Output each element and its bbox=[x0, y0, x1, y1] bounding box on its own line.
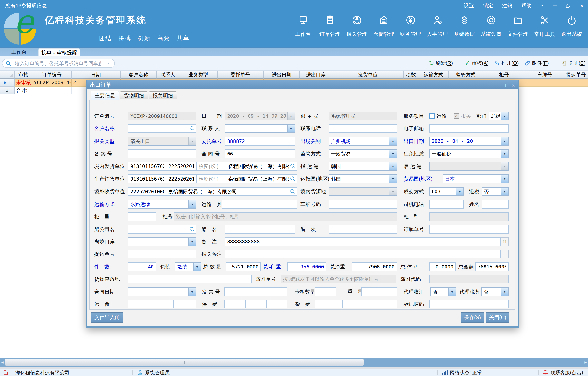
col-cabinet-no[interactable]: 柜号 bbox=[483, 71, 525, 79]
col-transport-mode[interactable]: 运输方式 bbox=[418, 71, 449, 79]
contract-date-combo[interactable]: － － ▼ bbox=[128, 287, 196, 296]
overseas-consignee-code[interactable] bbox=[128, 187, 166, 196]
search-icon[interactable] bbox=[290, 188, 296, 194]
pallet-qty-input[interactable] bbox=[315, 287, 336, 296]
minimize-icon[interactable]: ─ bbox=[553, 3, 557, 8]
transport-checkbox-label[interactable]: 运输 bbox=[437, 112, 447, 120]
col-contact[interactable]: 联系人 bbox=[157, 71, 179, 79]
freight-input-2[interactable] bbox=[151, 300, 174, 308]
attached-code-input[interactable] bbox=[429, 275, 509, 283]
close-icon[interactable]: × bbox=[580, 2, 584, 9]
col-supervision[interactable]: 监管方式 bbox=[449, 71, 483, 79]
tax-refund-combo[interactable]: 否 ▼ bbox=[481, 187, 509, 196]
storage-place-input[interactable] bbox=[128, 275, 252, 283]
insurance-input-3[interactable] bbox=[266, 300, 287, 308]
departure-port-combo[interactable]: ▼ bbox=[429, 162, 509, 171]
tab-main-info[interactable]: 主要信息 bbox=[91, 91, 119, 100]
tab-pending-audit[interactable]: 接单未审核提醒 bbox=[38, 48, 80, 57]
nav-base-data[interactable]: 基础数据 bbox=[451, 15, 478, 38]
dropdown-arrow-icon[interactable]: ▼ bbox=[456, 188, 463, 195]
dropdown-arrow-icon[interactable]: ▼ bbox=[501, 137, 508, 145]
search-icon[interactable] bbox=[189, 125, 195, 131]
customer-field[interactable] bbox=[128, 124, 196, 133]
plate-no-input[interactable] bbox=[329, 200, 397, 209]
close-tab-button[interactable]: 关闭(C) bbox=[561, 60, 586, 67]
remark-input[interactable] bbox=[225, 237, 501, 246]
support-link[interactable]: 联系客服(点击) bbox=[543, 369, 583, 376]
driver-name-input[interactable] bbox=[481, 200, 509, 209]
overseas-consignee-name-field[interactable] bbox=[166, 187, 297, 196]
search-icon[interactable] bbox=[290, 163, 296, 169]
nav-finance-management[interactable]: 财务管理 bbox=[397, 15, 424, 38]
dialog-close-icon[interactable]: × bbox=[512, 82, 515, 89]
producer-name-input[interactable] bbox=[226, 175, 297, 183]
weight-input[interactable] bbox=[362, 287, 397, 296]
customs-checkbox[interactable]: ✓ bbox=[454, 113, 459, 119]
dropdown-arrow-icon[interactable]: ▼ bbox=[188, 200, 196, 208]
col-date[interactable]: 日期 bbox=[72, 71, 120, 79]
dropdown-arrow-icon[interactable]: ▼ bbox=[501, 288, 508, 296]
producer-name-field[interactable] bbox=[226, 175, 297, 183]
arrival-country-combo[interactable]: 韩国 ▼ bbox=[329, 175, 397, 183]
col-plate-no[interactable]: 车牌号 bbox=[525, 71, 565, 79]
misc-fee-input-3[interactable] bbox=[370, 300, 397, 308]
attached-no-input[interactable] bbox=[281, 275, 396, 283]
nav-common-tools[interactable]: 常用工具 bbox=[531, 15, 558, 38]
dropdown-arrow-icon[interactable]: ▼ bbox=[389, 150, 396, 158]
goods-source-combo[interactable]: － － ▼ bbox=[329, 187, 397, 196]
record-no-input[interactable] bbox=[128, 149, 196, 158]
nav-warehouse-management[interactable]: 仓储管理 bbox=[370, 15, 397, 38]
tab-workbench[interactable]: 工作台 bbox=[11, 48, 27, 56]
packing-combo[interactable]: 散装 ▼ bbox=[175, 262, 201, 271]
net-weight-input[interactable] bbox=[352, 262, 397, 271]
driver-phone-input[interactable] bbox=[429, 200, 464, 209]
search-icon[interactable] bbox=[290, 176, 296, 182]
mark-code-input[interactable] bbox=[429, 300, 509, 308]
ship-company-field[interactable] bbox=[128, 225, 196, 234]
volume-input[interactable] bbox=[429, 262, 456, 271]
vehicle-name-input[interactable] bbox=[222, 200, 297, 209]
follower-input[interactable] bbox=[329, 112, 397, 120]
search-icon[interactable] bbox=[189, 226, 195, 232]
dialog-maximize-icon[interactable]: □ bbox=[503, 82, 506, 88]
nav-order-management[interactable]: 订单管理 bbox=[317, 15, 343, 38]
dropdown-arrow-icon[interactable]: ▼ bbox=[287, 112, 295, 120]
domestic-shipper-name-field[interactable] bbox=[226, 162, 297, 171]
trade-country-combo[interactable]: 日本 ▼ bbox=[443, 175, 509, 183]
tax-nature-combo[interactable]: 一般征税 ▼ bbox=[429, 149, 509, 158]
nav-file-management[interactable]: 文件管理 bbox=[504, 15, 531, 38]
col-order-no[interactable]: 订单编号 bbox=[32, 71, 72, 79]
entrust-no-input[interactable] bbox=[225, 137, 295, 146]
nav-hr-management[interactable]: 人事管理 bbox=[424, 15, 451, 38]
freight-input-1[interactable] bbox=[128, 300, 151, 308]
col-inout-port[interactable]: 进出口岸 bbox=[300, 71, 332, 79]
overseas-consignee-name-input[interactable] bbox=[166, 187, 297, 196]
nav-workbench[interactable]: 工作台 bbox=[290, 15, 317, 38]
misc-fee-input-2[interactable] bbox=[342, 300, 370, 308]
domestic-shipper-code1[interactable] bbox=[128, 162, 166, 171]
menu-logout[interactable]: 注销 bbox=[502, 2, 512, 9]
col-inout-date[interactable]: 进出日期 bbox=[264, 71, 300, 79]
audit-button[interactable]: ✓ 审核(A) bbox=[465, 60, 489, 67]
dept-combo[interactable]: 总经办 ▼ bbox=[489, 112, 509, 120]
file-import-button[interactable]: 文件导入(I) bbox=[91, 312, 123, 323]
voyage-input[interactable] bbox=[329, 225, 397, 234]
gross-weight-input[interactable] bbox=[287, 262, 326, 271]
dest-port-combo[interactable]: 韩国 ▼ bbox=[329, 162, 397, 171]
refresh-button[interactable]: ↻ 刷新(R) bbox=[429, 60, 453, 67]
tab-goods-detail[interactable]: 货物明细 bbox=[120, 92, 148, 99]
dropdown-arrow-icon[interactable]: ▼ bbox=[389, 188, 396, 195]
order-no-input[interactable] bbox=[128, 112, 196, 120]
restore-icon[interactable] bbox=[566, 3, 571, 8]
col-customer[interactable]: 客户名称 bbox=[120, 71, 157, 79]
dropdown-arrow-icon[interactable]: ▼ bbox=[188, 288, 196, 296]
nav-system-settings[interactable]: 系统设置 bbox=[478, 15, 504, 38]
domestic-shipper-quarantine[interactable] bbox=[196, 162, 226, 171]
dropdown-arrow-icon[interactable]: ▼ bbox=[501, 150, 508, 158]
col-item-count[interactable]: 项数 bbox=[404, 71, 418, 79]
col-audit[interactable]: 审核 bbox=[15, 71, 32, 79]
cabinet-qty-input[interactable] bbox=[128, 212, 156, 221]
producer-code2[interactable] bbox=[166, 175, 196, 183]
menu-settings[interactable]: 设置 bbox=[464, 2, 474, 9]
ship-name-input[interactable] bbox=[225, 225, 295, 234]
